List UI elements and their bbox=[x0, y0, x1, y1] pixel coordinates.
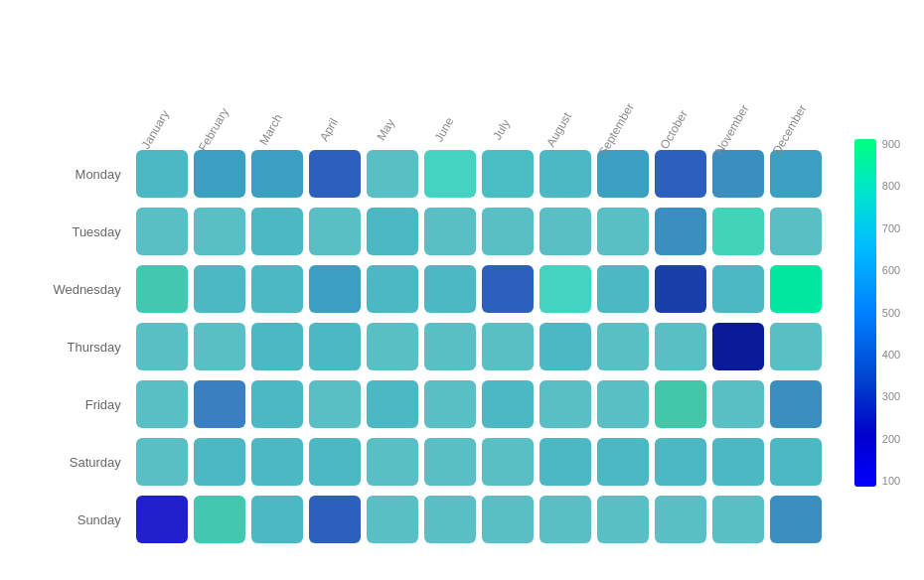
row-label-saturday: Saturday bbox=[34, 455, 133, 470]
heatmap-cell bbox=[712, 496, 764, 543]
heatmap-cell bbox=[309, 208, 361, 255]
row-label-wednesday: Wednesday bbox=[34, 282, 133, 297]
heatmap-cell bbox=[655, 380, 706, 428]
legend-tick: 800 bbox=[882, 181, 900, 192]
grid-row: Wednesday bbox=[34, 262, 825, 316]
heatmap-cell bbox=[539, 265, 591, 313]
heatmap-cell bbox=[309, 265, 361, 313]
row-label-thursday: Thursday bbox=[34, 340, 133, 355]
heatmap-cell bbox=[597, 496, 649, 543]
legend-tick: 500 bbox=[882, 308, 900, 319]
heatmap-cell bbox=[251, 380, 303, 428]
grid-row: Sunday bbox=[34, 493, 825, 546]
heatmap-cell bbox=[194, 380, 245, 428]
heatmap-cell bbox=[597, 208, 649, 255]
heatmap-cell bbox=[597, 323, 649, 370]
heatmap-cell bbox=[367, 150, 418, 198]
heatmap-cell bbox=[539, 150, 591, 198]
col-header-may: May bbox=[364, 30, 421, 139]
heatmap-cell bbox=[251, 150, 303, 198]
legend-bar bbox=[854, 139, 876, 487]
heatmap-cell bbox=[424, 150, 476, 198]
row-label-monday: Monday bbox=[34, 167, 133, 182]
legend: 900800700600500400300200100 bbox=[854, 139, 900, 491]
grid-row: Friday bbox=[34, 377, 825, 431]
heatmap-cell bbox=[770, 150, 822, 198]
heatmap-cell bbox=[655, 150, 706, 198]
heatmap-cell bbox=[482, 208, 534, 255]
legend-tick: 700 bbox=[882, 223, 900, 234]
legend-tick: 900 bbox=[882, 139, 900, 150]
heatmap-cell bbox=[770, 323, 822, 370]
heatmap-cell bbox=[655, 323, 706, 370]
grid-area: MondayTuesdayWednesdayThursdayFridaySatu… bbox=[34, 147, 825, 550]
heatmap-cell bbox=[539, 208, 591, 255]
heatmap-cell bbox=[655, 208, 706, 255]
heatmap-cell bbox=[136, 208, 188, 255]
heatmap-cell bbox=[251, 496, 303, 543]
heatmap-cell bbox=[712, 380, 764, 428]
heatmap-cell bbox=[424, 208, 476, 255]
heatmap-cell bbox=[770, 265, 822, 313]
heatmap-cell bbox=[194, 496, 245, 543]
row-label-tuesday: Tuesday bbox=[34, 224, 133, 239]
heatmap-cell bbox=[482, 150, 534, 198]
heatmap-cell bbox=[597, 438, 649, 486]
heatmap-cell bbox=[367, 438, 418, 486]
legend-tick: 200 bbox=[882, 434, 900, 445]
heatmap-cell bbox=[309, 438, 361, 486]
heatmap-cell bbox=[770, 208, 822, 255]
column-headers: JanuaryFebruaryMarchAprilMayJuneJulyAugu… bbox=[133, 30, 825, 139]
heatmap-cell bbox=[655, 496, 706, 543]
heatmap-cell bbox=[194, 150, 245, 198]
heatmap-cell bbox=[482, 323, 534, 370]
heatmap-cell bbox=[367, 496, 418, 543]
heatmap-cell bbox=[539, 438, 591, 486]
heatmap-cell bbox=[539, 323, 591, 370]
heatmap-cell bbox=[251, 208, 303, 255]
heatmap-cell bbox=[367, 265, 418, 313]
heatmap-cell bbox=[136, 323, 188, 370]
heatmap-cell bbox=[309, 380, 361, 428]
col-header-october: October bbox=[652, 30, 709, 139]
grid-row: Thursday bbox=[34, 320, 825, 373]
heatmap-cell bbox=[655, 265, 706, 313]
col-header-march: March bbox=[248, 30, 306, 139]
heatmap-cell bbox=[712, 323, 764, 370]
heatmap-cell bbox=[424, 323, 476, 370]
legend-tick: 600 bbox=[882, 265, 900, 276]
heatmap-cell bbox=[597, 265, 649, 313]
row-label-friday: Friday bbox=[34, 397, 133, 412]
heatmap-cell bbox=[194, 438, 245, 486]
heatmap-cell bbox=[482, 496, 534, 543]
grid-row: Saturday bbox=[34, 435, 825, 489]
heatmap-cell bbox=[194, 323, 245, 370]
heatmap-cell bbox=[136, 380, 188, 428]
legend-tick: 300 bbox=[882, 391, 900, 402]
col-header-november: November bbox=[709, 30, 767, 139]
chart-container: JanuaryFebruaryMarchAprilMayJuneJulyAugu… bbox=[14, 10, 910, 570]
col-header-april: April bbox=[306, 30, 364, 139]
heatmap-cell bbox=[367, 323, 418, 370]
heatmap-cell bbox=[539, 380, 591, 428]
heatmap-cell bbox=[655, 438, 706, 486]
legend-wrapper: 900800700600500400300200100 bbox=[854, 139, 900, 491]
heatmap-cell bbox=[309, 323, 361, 370]
heatmap-cell bbox=[597, 380, 649, 428]
heatmap-cell bbox=[770, 380, 822, 428]
heatmap-cell bbox=[136, 265, 188, 313]
main-area: JanuaryFebruaryMarchAprilMayJuneJulyAugu… bbox=[34, 30, 825, 550]
heatmap-cell bbox=[367, 208, 418, 255]
col-header-august: August bbox=[537, 30, 594, 139]
heatmap-cell bbox=[424, 496, 476, 543]
col-header-january: January bbox=[133, 30, 191, 139]
col-header-june: June bbox=[421, 30, 479, 139]
grid-row: Monday bbox=[34, 147, 825, 201]
heatmap-cell bbox=[367, 380, 418, 428]
heatmap-cell bbox=[482, 380, 534, 428]
heatmap-cell bbox=[539, 496, 591, 543]
col-header-december: December bbox=[767, 30, 825, 139]
heatmap-cell bbox=[712, 208, 764, 255]
legend-tick: 100 bbox=[882, 476, 900, 487]
heatmap-cell bbox=[712, 150, 764, 198]
